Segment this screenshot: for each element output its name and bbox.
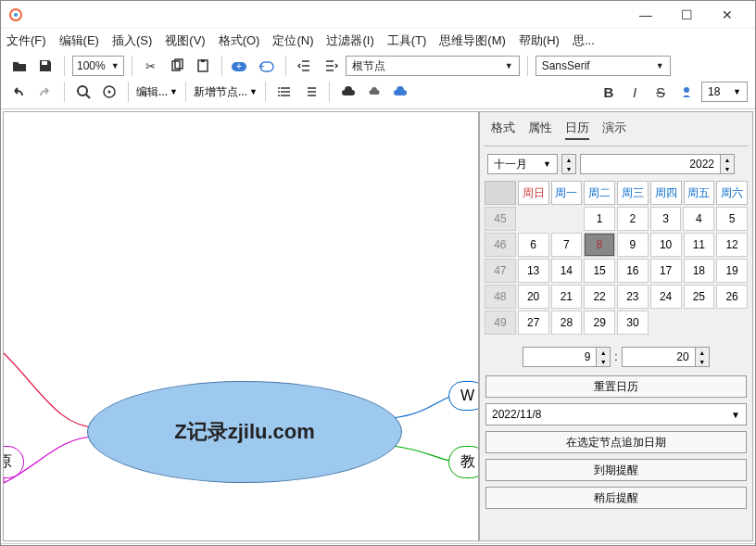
paste-icon[interactable]: [192, 55, 214, 77]
cal-day[interactable]: 6: [518, 233, 549, 257]
indent-icon[interactable]: [320, 55, 342, 77]
italic-button[interactable]: I: [624, 81, 646, 103]
cloud-icon[interactable]: [337, 81, 359, 103]
due-reminder-button[interactable]: 到期提醒: [485, 459, 747, 481]
cal-day[interactable]: 10: [650, 233, 682, 257]
cloud-small-icon[interactable]: [363, 81, 385, 103]
search-icon[interactable]: [72, 81, 94, 103]
cal-day[interactable]: 8: [584, 233, 615, 257]
newnode-dropdown[interactable]: 新增节点...▼: [194, 84, 258, 100]
cal-day[interactable]: 5: [716, 207, 748, 231]
close-button[interactable]: ✕: [707, 2, 748, 28]
bold-button[interactable]: B: [598, 81, 620, 103]
date-combo[interactable]: 2022/11/8▼: [485, 403, 747, 425]
month-spinner[interactable]: ▲▼: [561, 154, 576, 174]
menu-navigate[interactable]: 定位(N): [272, 32, 313, 49]
cut-icon[interactable]: ✂: [140, 55, 162, 77]
edit-dropdown[interactable]: 编辑...▼: [136, 84, 178, 100]
cal-day[interactable]: 21: [551, 285, 583, 309]
outdent-icon[interactable]: [294, 55, 316, 77]
cal-day[interactable]: 11: [684, 233, 715, 257]
branch-left[interactable]: 原: [3, 446, 24, 478]
cal-day[interactable]: 13: [518, 259, 549, 283]
cal-day[interactable]: 23: [617, 285, 649, 309]
year-input[interactable]: [581, 158, 720, 171]
menu-help[interactable]: 帮助(H): [519, 32, 560, 49]
menu-format[interactable]: 格式(O): [219, 32, 260, 49]
hour-spinner[interactable]: ▲▼: [523, 347, 611, 367]
cal-day[interactable]: 26: [716, 285, 748, 309]
font-color-icon[interactable]: [675, 81, 698, 103]
cal-day[interactable]: 19: [716, 259, 748, 283]
menu-mindmap[interactable]: 思维导图(M): [439, 32, 506, 49]
minute-input[interactable]: [623, 350, 695, 363]
cal-day[interactable]: 1: [584, 207, 615, 231]
cal-corner: [485, 181, 516, 205]
root-node[interactable]: Z记录zjilu.com: [87, 381, 402, 483]
open-icon[interactable]: [8, 55, 31, 77]
cal-day[interactable]: 28: [551, 311, 583, 335]
minimize-button[interactable]: —: [625, 2, 666, 28]
menu-more[interactable]: 思...: [573, 32, 595, 49]
menu-filter[interactable]: 过滤器(I): [326, 32, 373, 49]
branch-right-1[interactable]: W: [448, 381, 479, 411]
cal-day[interactable]: 9: [617, 233, 649, 257]
tab-calendar[interactable]: 日历: [565, 120, 589, 140]
year-spinner[interactable]: ▲▼: [580, 154, 735, 174]
font-size-combo[interactable]: 18▼: [701, 82, 748, 102]
copy-icon[interactable]: [166, 55, 188, 77]
month-combo[interactable]: 十一月▼: [487, 154, 558, 174]
maximize-button[interactable]: ☐: [666, 2, 707, 28]
cloud-blue-icon[interactable]: [389, 81, 411, 103]
cal-day[interactable]: 14: [551, 259, 583, 283]
cal-day[interactable]: 12: [716, 233, 748, 257]
strike-button[interactable]: S: [649, 81, 672, 103]
cal-day[interactable]: 30: [617, 311, 649, 335]
cal-day[interactable]: 18: [684, 259, 715, 283]
cal-weekday: 周日: [518, 181, 549, 205]
append-date-button[interactable]: 在选定节点追加日期: [485, 431, 747, 453]
menu-insert[interactable]: 插入(S): [112, 32, 152, 49]
cal-day[interactable]: 24: [650, 285, 682, 309]
cal-weekday: 周一: [551, 181, 583, 205]
target-icon[interactable]: [98, 81, 120, 103]
cal-day[interactable]: 22: [584, 285, 615, 309]
font-family-combo[interactable]: SansSerif▼: [536, 56, 671, 76]
cal-day[interactable]: 20: [518, 285, 549, 309]
cal-day[interactable]: 3: [650, 207, 682, 231]
cal-day[interactable]: 2: [617, 207, 649, 231]
cal-day[interactable]: 29: [584, 311, 615, 335]
mindmap-canvas[interactable]: Z记录zjilu.com 原 W 教: [3, 111, 479, 541]
redo-icon[interactable]: [34, 81, 57, 103]
root-node-combo[interactable]: 根节点▼: [346, 56, 520, 76]
new-child-icon[interactable]: +: [256, 55, 278, 77]
hour-input[interactable]: [523, 350, 596, 363]
cal-day[interactable]: 4: [683, 207, 714, 231]
menu-tools[interactable]: 工具(T): [387, 32, 427, 49]
undo-icon[interactable]: [8, 81, 31, 103]
tab-present[interactable]: 演示: [602, 120, 626, 140]
numbered-list-icon[interactable]: [299, 81, 321, 103]
cal-day[interactable]: 25: [684, 285, 715, 309]
app-icon: [8, 7, 23, 22]
menu-edit[interactable]: 编辑(E): [59, 32, 99, 49]
new-node-icon[interactable]: +: [230, 55, 252, 77]
save-icon[interactable]: [34, 55, 57, 77]
tab-attrs[interactable]: 属性: [528, 120, 552, 140]
cal-day[interactable]: 7: [551, 233, 583, 257]
tab-format[interactable]: 格式: [491, 120, 515, 140]
cal-day[interactable]: 27: [518, 311, 549, 335]
later-reminder-button[interactable]: 稍后提醒: [485, 487, 747, 509]
reset-calendar-button[interactable]: 重置日历: [485, 375, 747, 398]
cal-weekday: 周三: [617, 181, 649, 205]
list-icon[interactable]: [273, 81, 296, 103]
branch-right-2[interactable]: 教: [448, 446, 479, 478]
cal-day[interactable]: 16: [617, 259, 649, 283]
minute-spinner[interactable]: ▲▼: [622, 347, 710, 367]
cal-day[interactable]: 17: [650, 259, 682, 283]
svg-point-13: [108, 91, 111, 94]
menu-view[interactable]: 视图(V): [165, 32, 205, 49]
menu-file[interactable]: 文件(F): [6, 32, 46, 49]
zoom-combo[interactable]: 100%▼: [72, 56, 124, 76]
cal-day[interactable]: 15: [584, 259, 615, 283]
